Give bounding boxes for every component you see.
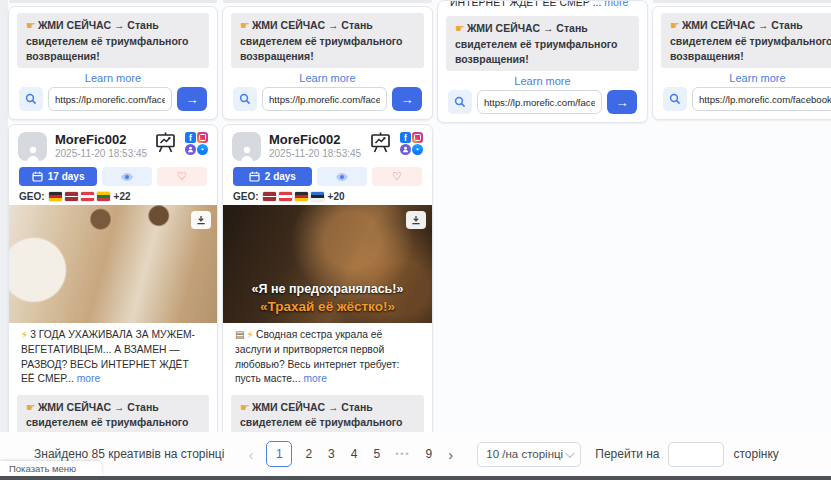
learn-more-link[interactable]: Learn more (9, 72, 217, 84)
bottom-strip (0, 476, 831, 480)
facebook-icon[interactable]: f (185, 132, 196, 143)
flag-de-icon (49, 192, 62, 201)
instagram-icon[interactable] (412, 132, 423, 143)
page-button[interactable]: 5 (365, 447, 388, 461)
avatar (18, 132, 47, 161)
more-link[interactable]: more (604, 1, 628, 8)
favorite-heart-button[interactable]: ♡ (157, 167, 207, 186)
pages-ellipsis[interactable]: ••• (388, 449, 417, 459)
url-row: → (448, 90, 637, 114)
profile-name: MoreFic002 (55, 132, 153, 147)
messenger-icon[interactable] (197, 144, 208, 155)
card-actions: 17 days ♡ (19, 167, 207, 186)
more-link[interactable]: more (303, 373, 326, 384)
prev-page-icon[interactable]: ‹ (240, 446, 261, 463)
days-label: 17 days (48, 171, 85, 182)
geo-flags (263, 192, 324, 201)
page-button[interactable]: 4 (343, 447, 366, 461)
page-size-select[interactable]: 10 /на сторінці (477, 442, 581, 467)
days-active-button[interactable]: 17 days (19, 167, 97, 186)
url-row (663, 87, 831, 111)
card-header: MoreFic002 2025-11-20 18:53:45 f (223, 125, 432, 164)
instagram-icon[interactable] (197, 132, 208, 143)
show-menu-button[interactable]: Показать меню (0, 461, 102, 476)
lightning-icon: ⚡ (21, 329, 28, 340)
audience-network-icon[interactable] (185, 144, 196, 155)
messenger-icon[interactable] (412, 144, 423, 155)
days-label: 2 days (265, 171, 296, 182)
search-button[interactable] (448, 90, 472, 114)
creative-image[interactable]: «Я не предохранялась!» «Трахай её жёстко… (223, 205, 432, 323)
cta-banner-text: ЖМИ СЕЙЧАС → Стань свидетелем её триумфа… (455, 22, 618, 65)
stats-presentation-icon[interactable] (153, 132, 178, 153)
goto-page-input[interactable] (668, 442, 724, 467)
profile-name: MoreFic002 (269, 132, 368, 147)
landing-url-input[interactable] (262, 87, 387, 111)
heart-icon: ♡ (392, 171, 402, 182)
page-button-last[interactable]: 9 (418, 447, 441, 461)
more-link[interactable]: more (77, 373, 100, 384)
page-button[interactable]: 3 (320, 447, 343, 461)
description-text: 3 ГОДА УХАЖИВАЛА ЗА МУЖЕМ-ВЕГЕТАТИВЦЕМ..… (21, 329, 195, 384)
clipped-card-edge (9, 0, 217, 3)
arrow-right-icon: → (616, 96, 629, 109)
open-url-button[interactable]: → (392, 87, 422, 111)
card-actions: 2 days ♡ (233, 167, 422, 186)
flag-lv-icon (65, 192, 78, 201)
column-2: ☛ЖМИ СЕЙЧАС → Стань свидетелем её триумф… (222, 0, 433, 480)
geo-row: GEO: +20 (233, 191, 422, 202)
goto-page: Перейти на сторінку (595, 442, 779, 467)
goto-prefix-label: Перейти на (595, 447, 659, 461)
cta-banner-text: ЖМИ СЕЙЧАС → Стань свидетелем её триумфа… (670, 19, 831, 62)
calendar-icon (32, 171, 43, 182)
audience-network-icon[interactable] (400, 144, 411, 155)
flag-lt-icon (97, 192, 110, 201)
geo-row: GEO: +22 (19, 191, 207, 202)
cta-banner: ☛ЖМИ СЕЙЧАС → Стань свидетелем её триумф… (231, 13, 424, 68)
landing-url-input[interactable] (48, 87, 172, 111)
geo-more-count[interactable]: +20 (328, 191, 345, 202)
chevron-down-icon (565, 448, 575, 458)
arrow-right-icon: → (186, 93, 199, 106)
facebook-icon[interactable]: f (400, 132, 411, 143)
creative-card-partial: ☛ЖМИ СЕЙЧАС → Стань свидетелем её триумф… (652, 6, 831, 120)
preview-eye-button[interactable] (102, 167, 152, 186)
cta-banner: ☛ЖМИ СЕЙЧАС → Стань свидетелем её триумф… (17, 13, 209, 68)
geo-more-count[interactable]: +22 (114, 191, 131, 202)
open-url-button[interactable]: → (177, 87, 207, 111)
download-image-button[interactable] (406, 211, 426, 229)
column-3: ИНТЕРНЕТ ЖДЁТ ЕЁ СМЕР ... more ☛ЖМИ СЕЙЧ… (437, 0, 648, 480)
book-icon: ▤ (235, 329, 245, 340)
landing-url-input[interactable] (477, 90, 602, 114)
download-image-button[interactable] (191, 211, 211, 229)
search-button[interactable] (233, 87, 257, 111)
next-page-icon[interactable]: › (440, 446, 461, 463)
creative-image[interactable] (9, 205, 217, 323)
flag-at-icon (279, 192, 292, 201)
goto-suffix-label: сторінку (733, 447, 778, 461)
stats-presentation-icon[interactable] (368, 132, 393, 153)
learn-more-link[interactable]: Learn more (223, 72, 432, 84)
open-url-button[interactable]: → (607, 90, 637, 114)
learn-more-link[interactable]: Learn more (653, 72, 831, 84)
pagination-bar: Знайдено 85 креативів на сторінці ‹ 1 2 … (0, 432, 831, 476)
clipped-description-text: ИНТЕРНЕТ ЖДЁТ ЕЁ СМЕР ... (450, 1, 601, 8)
pointing-hand-icon: ☛ (455, 22, 465, 34)
page-button[interactable]: 2 (297, 447, 320, 461)
column-1: ☛ЖМИ СЕЙЧАС → Стань свидетелем её триумф… (8, 0, 218, 480)
search-button[interactable] (19, 87, 43, 111)
image-caption-line2: «Трахай её жёстко!» (223, 298, 432, 316)
search-button[interactable] (663, 87, 687, 111)
favorite-heart-button[interactable]: ♡ (372, 167, 422, 186)
page-button-active[interactable]: 1 (266, 441, 292, 467)
learn-more-link[interactable]: Learn more (438, 75, 647, 87)
header-icons: f (153, 132, 208, 155)
pointing-hand-icon: ☛ (240, 19, 250, 31)
creative-card: MoreFic002 2025-11-20 18:53:45 f 2 days (222, 124, 433, 480)
pointing-hand-icon: ☛ (26, 401, 36, 413)
preview-eye-button[interactable] (317, 167, 367, 186)
landing-url-input[interactable] (692, 87, 831, 111)
days-active-button[interactable]: 2 days (233, 167, 312, 186)
heart-icon: ♡ (177, 171, 187, 182)
pointing-hand-icon: ☛ (240, 401, 250, 413)
